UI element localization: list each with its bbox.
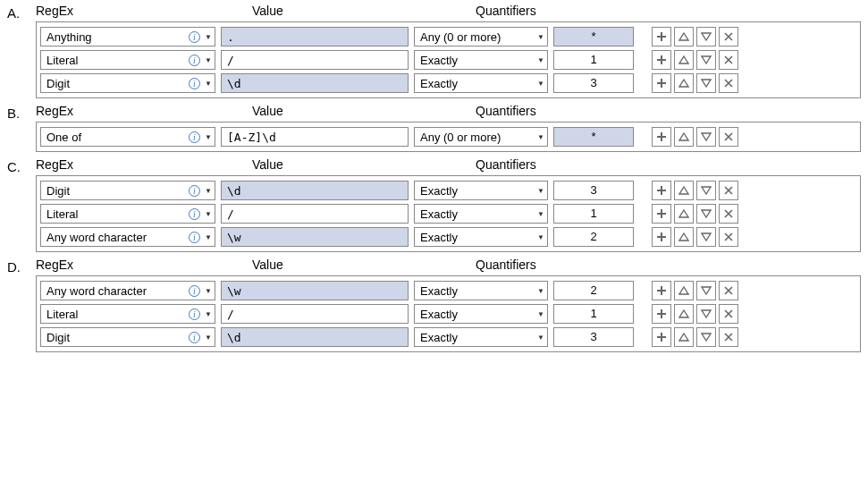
quantifier-value[interactable]: 3 — [553, 181, 634, 200]
regex-dropdown[interactable]: Literali▼ — [40, 50, 215, 70]
remove-button[interactable] — [719, 73, 738, 93]
move-down-button[interactable] — [696, 327, 716, 347]
quantifier-value[interactable]: 3 — [553, 327, 634, 347]
quantifier-dropdown[interactable]: Exactly▼ — [414, 204, 548, 224]
regex-dropdown[interactable]: Digiti▼ — [40, 73, 215, 93]
move-up-button[interactable] — [674, 304, 694, 324]
move-down-button[interactable] — [696, 127, 716, 147]
add-button[interactable] — [652, 50, 671, 70]
move-down-button[interactable] — [696, 50, 716, 70]
info-icon[interactable]: i — [189, 78, 200, 89]
regex-dropdown[interactable]: Any word characteri▼ — [40, 227, 215, 247]
quantifier-dropdown[interactable]: Exactly▼ — [414, 181, 548, 200]
remove-button[interactable] — [719, 304, 738, 324]
quantifier-value[interactable]: 2 — [553, 227, 634, 247]
info-icon[interactable]: i — [189, 332, 200, 343]
info-icon[interactable]: i — [189, 208, 200, 220]
move-up-button[interactable] — [674, 50, 694, 70]
info-icon[interactable]: i — [189, 131, 200, 143]
info-icon[interactable]: i — [189, 285, 200, 297]
regex-dropdown[interactable]: Literali▼ — [40, 304, 215, 324]
move-up-button[interactable] — [674, 204, 694, 224]
move-down-button[interactable] — [696, 73, 716, 93]
value-field: \d — [221, 181, 409, 200]
triangle-down-icon — [701, 285, 712, 296]
remove-button[interactable] — [719, 204, 738, 224]
move-down-button[interactable] — [696, 227, 716, 247]
add-button[interactable] — [652, 204, 671, 224]
add-button[interactable] — [652, 127, 671, 147]
move-down-button[interactable] — [696, 281, 716, 300]
regex-dropdown[interactable]: Digiti▼ — [40, 327, 215, 347]
quantifier-dropdown[interactable]: Exactly▼ — [414, 73, 548, 93]
quantifier-dropdown[interactable]: Exactly▼ — [414, 227, 548, 247]
move-down-button[interactable] — [696, 204, 716, 224]
plus-icon — [656, 308, 667, 319]
regex-dropdown[interactable]: Anythingi▼ — [40, 27, 215, 46]
close-icon — [723, 332, 734, 342]
move-down-button[interactable] — [696, 181, 716, 200]
quantifier-value[interactable]: 1 — [553, 304, 634, 324]
remove-button[interactable] — [719, 181, 738, 200]
section-label: A. — [7, 4, 36, 21]
add-button[interactable] — [652, 304, 671, 324]
move-down-button[interactable] — [696, 304, 716, 324]
value-field[interactable]: / — [221, 50, 409, 70]
triangle-down-icon — [701, 55, 712, 65]
add-button[interactable] — [652, 327, 671, 347]
remove-button[interactable] — [719, 327, 738, 347]
move-up-button[interactable] — [674, 27, 694, 46]
value-field[interactable]: / — [221, 204, 409, 224]
quantifier-dropdown[interactable]: Exactly▼ — [414, 281, 548, 300]
move-up-button[interactable] — [674, 281, 694, 300]
remove-button[interactable] — [719, 50, 738, 70]
regex-row: Anythingi▼.Any (0 or more)▼* — [40, 25, 856, 48]
remove-button[interactable] — [719, 27, 738, 46]
add-button[interactable] — [652, 73, 671, 93]
move-up-button[interactable] — [674, 327, 694, 347]
quantifier-dropdown[interactable]: Exactly▼ — [414, 327, 548, 347]
value-field[interactable]: / — [221, 304, 409, 324]
quantifier-dropdown-label: Exactly — [420, 331, 535, 344]
regex-dropdown[interactable]: Any word characteri▼ — [40, 281, 215, 300]
info-icon[interactable]: i — [189, 185, 200, 197]
quantifier-value[interactable]: 1 — [553, 204, 634, 224]
regex-row: Digiti▼\dExactly▼3 — [40, 179, 856, 202]
add-button[interactable] — [652, 281, 671, 300]
remove-button[interactable] — [719, 281, 738, 300]
move-up-button[interactable] — [674, 73, 694, 93]
quantifier-dropdown[interactable]: Exactly▼ — [414, 304, 548, 324]
info-icon[interactable]: i — [189, 55, 200, 66]
chevron-down-icon: ▼ — [202, 334, 215, 342]
quantifier-dropdown[interactable]: Exactly▼ — [414, 50, 548, 70]
info-icon[interactable]: i — [189, 232, 200, 243]
remove-button[interactable] — [719, 227, 738, 247]
quantifier-value[interactable]: 3 — [553, 73, 634, 93]
regex-dropdown[interactable]: One ofi▼ — [40, 127, 215, 147]
info-icon[interactable]: i — [189, 308, 200, 320]
regex-dropdown[interactable]: Literali▼ — [40, 204, 215, 224]
move-up-button[interactable] — [674, 127, 694, 147]
triangle-down-icon — [701, 332, 712, 342]
header-value: Value — [252, 4, 476, 18]
quantifier-value[interactable]: 1 — [553, 50, 634, 70]
row-buttons — [652, 127, 738, 147]
info-icon[interactable]: i — [189, 31, 200, 43]
regex-dropdown[interactable]: Digiti▼ — [40, 181, 215, 200]
triangle-up-icon — [678, 55, 689, 65]
move-down-button[interactable] — [696, 27, 716, 46]
value-field[interactable]: [A-Z]\d — [221, 127, 409, 147]
move-up-button[interactable] — [674, 227, 694, 247]
add-button[interactable] — [652, 27, 671, 46]
remove-button[interactable] — [719, 127, 738, 147]
move-up-button[interactable] — [674, 181, 694, 200]
plus-icon — [656, 31, 667, 42]
quantifier-dropdown[interactable]: Any (0 or more)▼ — [414, 127, 548, 147]
column-headers: RegExValueQuantifiers — [36, 157, 861, 172]
section-label: B. — [7, 104, 36, 121]
add-button[interactable] — [652, 181, 671, 200]
plus-icon — [656, 332, 667, 342]
quantifier-dropdown[interactable]: Any (0 or more)▼ — [414, 27, 548, 46]
add-button[interactable] — [652, 227, 671, 247]
quantifier-value[interactable]: 2 — [553, 281, 634, 300]
